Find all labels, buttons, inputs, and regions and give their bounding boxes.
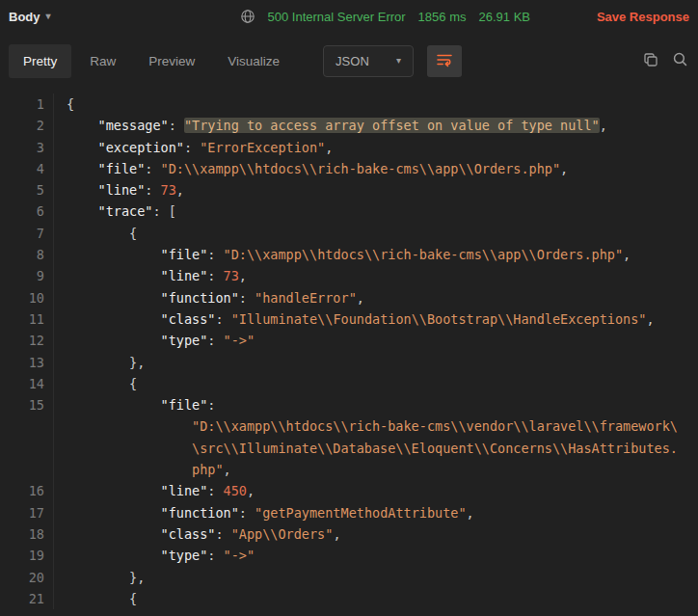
status-badge: 500 Internal Server Error xyxy=(268,10,406,24)
code-line: { xyxy=(67,94,74,115)
code-line: "file": xyxy=(67,394,215,415)
code-row: 21 { xyxy=(0,588,698,609)
response-view-tabbar: Pretty Raw Preview Visualize JSON ▾ xyxy=(0,33,698,89)
response-meta-group: 500 Internal Server Error 1856 ms 26.91 … xyxy=(240,9,530,24)
code-line: "type": "->" xyxy=(67,545,255,566)
line-number: 5 xyxy=(0,179,54,201)
code-line: }, xyxy=(67,352,145,373)
code-row: 18 "class": "App\\Orders", xyxy=(0,523,698,545)
chevron-down-icon: ▾ xyxy=(396,56,401,66)
globe-icon xyxy=(240,9,255,24)
code-row: 11 "class": "Illuminate\\Foundation\\Boo… xyxy=(0,308,698,330)
code-row: 14 { xyxy=(0,373,698,394)
line-number: 3 xyxy=(0,137,54,158)
code-row: 17 "function": "getPaymentMethodAttribut… xyxy=(0,502,698,523)
code-row: 8 "file": "D:\\xampp\\htdocs\\rich-bake-… xyxy=(0,244,698,265)
line-number xyxy=(0,459,54,480)
code-line: "line": 73, xyxy=(67,265,247,286)
code-row: \src\\Illuminate\\Database\\Eloquent\\Co… xyxy=(0,438,698,459)
code-row: 13 }, xyxy=(0,352,698,373)
response-meta-bar: Body ▾ 500 Internal Server Error 1856 ms… xyxy=(0,0,698,33)
line-number: 11 xyxy=(0,308,54,330)
search-button[interactable] xyxy=(672,51,688,70)
line-number: 2 xyxy=(0,115,54,136)
code-line: "class": "App\\Orders", xyxy=(67,523,341,545)
chevron-down-icon: ▾ xyxy=(46,12,51,21)
code-row: 1{ xyxy=(0,94,698,115)
code-row: 12 "type": "->" xyxy=(0,330,698,351)
tab-raw[interactable]: Raw xyxy=(75,44,130,78)
code-row: "D:\\xampp\\htdocs\\rich-bake-cms\\vendo… xyxy=(0,415,698,437)
code-line: php", xyxy=(67,459,231,480)
line-number: 8 xyxy=(0,244,54,265)
copy-icon xyxy=(643,52,658,70)
code-row: 5 "line": 73, xyxy=(0,179,698,201)
wrap-text-icon xyxy=(436,52,453,70)
code-row: 4 "file": "D:\\xampp\\htdocs\\rich-bake-… xyxy=(0,158,698,179)
code-row: 3 "exception": "ErrorException", xyxy=(0,137,698,158)
line-number: 18 xyxy=(0,523,54,545)
code-line: "line": 450, xyxy=(67,480,255,501)
code-area: 1{2 "message": "Trying to access array o… xyxy=(0,94,698,609)
body-dropdown[interactable]: Body ▾ xyxy=(9,10,51,24)
code-row: 9 "line": 73, xyxy=(0,265,698,286)
code-line: { xyxy=(67,373,137,394)
line-number: 15 xyxy=(0,394,54,415)
response-body-editor[interactable]: 1{2 "message": "Trying to access array o… xyxy=(0,89,698,609)
response-size: 26.91 KB xyxy=(478,10,530,24)
line-number xyxy=(0,415,54,437)
wrap-text-button[interactable] xyxy=(427,45,462,77)
code-line: "function": "handleError", xyxy=(67,287,364,308)
line-number: 4 xyxy=(0,158,54,179)
format-dropdown-label: JSON xyxy=(336,54,369,68)
line-number: 16 xyxy=(0,480,54,501)
code-row: 19 "type": "->" xyxy=(0,545,698,566)
line-number: 12 xyxy=(0,330,54,351)
line-number xyxy=(0,438,54,459)
code-line: "message": "Trying to access array offse… xyxy=(67,115,607,136)
line-number: 21 xyxy=(0,588,54,609)
code-line: "type": "->" xyxy=(67,330,255,351)
line-number: 14 xyxy=(0,373,54,394)
save-response-button[interactable]: Save Response xyxy=(597,10,689,24)
line-number: 19 xyxy=(0,545,54,566)
code-row: 20 }, xyxy=(0,567,698,588)
body-dropdown-label: Body xyxy=(9,10,40,24)
code-line: "file": "D:\\xampp\\htdocs\\rich-bake-cm… xyxy=(67,244,631,265)
code-line: "file": "D:\\xampp\\htdocs\\rich-bake-cm… xyxy=(67,158,568,179)
code-row: 16 "line": 450, xyxy=(0,480,698,501)
code-row: 2 "message": "Trying to access array off… xyxy=(0,115,698,136)
code-line: \src\\Illuminate\\Database\\Eloquent\\Co… xyxy=(67,438,678,459)
code-line: "D:\\xampp\\htdocs\\rich-bake-cms\\vendo… xyxy=(67,415,678,437)
line-number: 7 xyxy=(0,223,54,244)
code-row: 6 "trace": [ xyxy=(0,201,698,222)
tab-pretty[interactable]: Pretty xyxy=(9,44,71,78)
code-line: { xyxy=(67,588,137,609)
code-line: "trace": [ xyxy=(67,201,176,222)
copy-button[interactable] xyxy=(643,52,658,70)
line-number: 17 xyxy=(0,502,54,523)
format-dropdown[interactable]: JSON ▾ xyxy=(323,45,414,77)
response-time: 1856 ms xyxy=(418,10,467,24)
code-line: }, xyxy=(67,567,145,588)
code-row: 15 "file": xyxy=(0,394,698,415)
code-line: "function": "getPaymentMethodAttribute", xyxy=(67,502,474,523)
tab-preview[interactable]: Preview xyxy=(134,44,209,78)
line-number: 1 xyxy=(0,94,54,115)
search-icon xyxy=(672,51,688,70)
code-row: 10 "function": "handleError", xyxy=(0,287,698,308)
code-line: "exception": "ErrorException", xyxy=(67,137,333,158)
line-number: 13 xyxy=(0,352,54,373)
code-line: "line": 73, xyxy=(67,179,184,201)
code-line: { xyxy=(67,223,137,244)
code-line: "class": "Illuminate\\Foundation\\Bootst… xyxy=(67,308,655,330)
editor-action-icons xyxy=(643,51,689,70)
code-row: php", xyxy=(0,459,698,480)
line-number: 9 xyxy=(0,265,54,286)
tab-visualize[interactable]: Visualize xyxy=(213,44,294,78)
line-number: 6 xyxy=(0,201,54,222)
line-number: 20 xyxy=(0,567,54,588)
line-number: 10 xyxy=(0,287,54,308)
code-row: 7 { xyxy=(0,223,698,244)
